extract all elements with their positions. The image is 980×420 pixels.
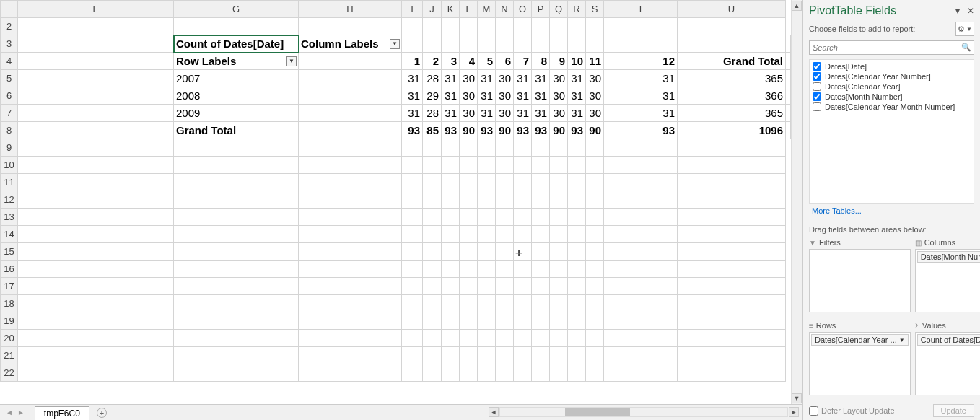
area-field-item[interactable]: Dates[Calendar Year ...▼: [811, 334, 909, 346]
cell[interactable]: [678, 226, 786, 243]
cell[interactable]: 7: [514, 53, 532, 70]
cell[interactable]: 1096: [678, 122, 786, 139]
cell[interactable]: [678, 18, 786, 35]
cell[interactable]: 31: [604, 105, 678, 122]
col-header[interactable]: K: [442, 1, 460, 18]
col-header[interactable]: M: [478, 1, 496, 18]
row-header[interactable]: 2: [1, 18, 18, 35]
cell[interactable]: [678, 278, 786, 295]
cell[interactable]: [299, 226, 402, 243]
cell[interactable]: [496, 347, 514, 364]
cell[interactable]: [299, 347, 402, 364]
cell[interactable]: [478, 330, 496, 347]
cell[interactable]: [568, 174, 586, 191]
cell[interactable]: [460, 157, 478, 174]
cell[interactable]: 31: [402, 105, 423, 122]
cell[interactable]: [586, 18, 604, 35]
cell[interactable]: [514, 295, 532, 312]
cell[interactable]: [496, 243, 514, 261]
cell[interactable]: [299, 364, 402, 382]
row-header[interactable]: 5: [1, 70, 18, 87]
row-header[interactable]: 21: [1, 347, 18, 364]
row-header[interactable]: 8: [1, 122, 18, 139]
cell[interactable]: [460, 35, 478, 53]
cell[interactable]: [532, 278, 550, 295]
cell[interactable]: [423, 364, 442, 382]
cell[interactable]: [402, 226, 423, 243]
cell[interactable]: [550, 243, 568, 261]
row-header[interactable]: 15: [1, 243, 18, 261]
cell[interactable]: [18, 209, 174, 226]
cell[interactable]: [299, 70, 402, 87]
cell[interactable]: [460, 330, 478, 347]
cell[interactable]: [442, 209, 460, 226]
cell[interactable]: 31: [568, 87, 586, 105]
cell[interactable]: [496, 261, 514, 278]
cell[interactable]: [423, 191, 442, 209]
cell[interactable]: 30: [460, 70, 478, 87]
cell[interactable]: [604, 157, 678, 174]
cell[interactable]: 1: [402, 53, 423, 70]
cell[interactable]: [174, 364, 299, 382]
horizontal-scrollbar[interactable]: [499, 407, 788, 417]
cell[interactable]: [678, 209, 786, 226]
cell[interactable]: [460, 278, 478, 295]
cell[interactable]: [678, 35, 786, 53]
cell[interactable]: [786, 122, 791, 139]
cell[interactable]: [604, 139, 678, 157]
cell[interactable]: [678, 364, 786, 382]
cell[interactable]: [18, 139, 174, 157]
cell[interactable]: [299, 278, 402, 295]
cell[interactable]: [568, 191, 586, 209]
cell[interactable]: [604, 347, 678, 364]
update-button[interactable]: Update: [933, 404, 974, 417]
cell[interactable]: [460, 174, 478, 191]
cell[interactable]: [604, 35, 678, 53]
cell[interactable]: [402, 157, 423, 174]
cell[interactable]: [550, 35, 568, 53]
cell[interactable]: [402, 209, 423, 226]
cell[interactable]: 2009: [174, 105, 299, 122]
cell[interactable]: [442, 278, 460, 295]
col-header[interactable]: N: [496, 1, 514, 18]
cell[interactable]: [299, 122, 402, 139]
field-checkbox[interactable]: [813, 92, 821, 101]
cell[interactable]: [496, 174, 514, 191]
cell[interactable]: [604, 278, 678, 295]
cell[interactable]: 30: [550, 87, 568, 105]
filters-drop-area[interactable]: [809, 249, 911, 312]
cell[interactable]: [18, 261, 174, 278]
cell[interactable]: 30: [550, 70, 568, 87]
cell[interactable]: 93: [442, 122, 460, 139]
cell[interactable]: [496, 35, 514, 53]
cell[interactable]: [496, 278, 514, 295]
cell[interactable]: 28: [423, 70, 442, 87]
cell[interactable]: [460, 347, 478, 364]
field-list-item[interactable]: Dates[Month Number]: [810, 92, 974, 102]
cell[interactable]: [586, 157, 604, 174]
cell[interactable]: [442, 157, 460, 174]
col-header[interactable]: J: [423, 1, 442, 18]
cell[interactable]: [604, 312, 678, 330]
cell[interactable]: 31: [514, 87, 532, 105]
tab-nav-last-icon[interactable]: ►: [17, 408, 25, 416]
cell[interactable]: [402, 243, 423, 261]
cell[interactable]: [299, 191, 402, 209]
cell[interactable]: 31: [402, 70, 423, 87]
col-header[interactable]: L: [460, 1, 478, 18]
field-checkbox[interactable]: [813, 82, 821, 91]
cell[interactable]: [478, 139, 496, 157]
cell[interactable]: [478, 347, 496, 364]
cell[interactable]: [18, 191, 174, 209]
cell[interactable]: [568, 330, 586, 347]
field-list[interactable]: Dates[Date]Dates[Calendar Year Number]Da…: [809, 59, 974, 204]
cell[interactable]: [402, 347, 423, 364]
cell[interactable]: [678, 191, 786, 209]
cell[interactable]: [586, 174, 604, 191]
cell[interactable]: [568, 278, 586, 295]
field-search-input[interactable]: [809, 40, 974, 55]
row-header[interactable]: 6: [1, 87, 18, 105]
col-header[interactable]: O: [514, 1, 532, 18]
rows-drop-area[interactable]: Dates[Calendar Year ...▼: [809, 332, 911, 395]
cell[interactable]: [568, 226, 586, 243]
